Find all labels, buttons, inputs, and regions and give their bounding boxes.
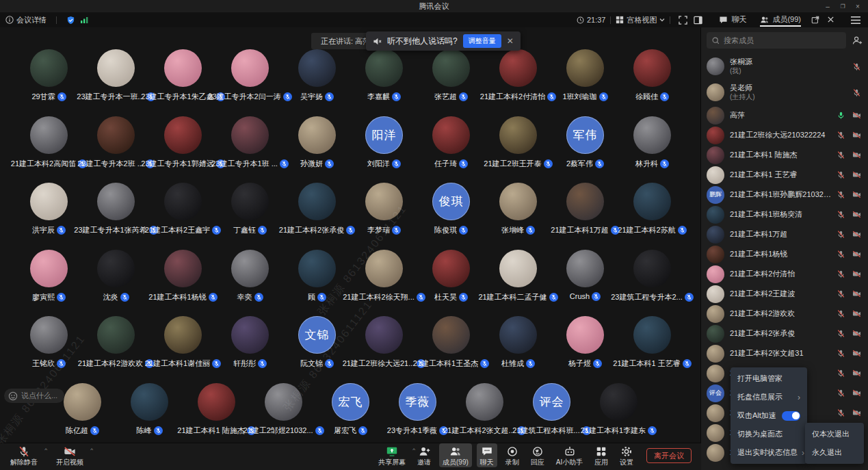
participant-tile[interactable]: 21建工本科1 王艺睿 [619,316,686,369]
context-submenu-item[interactable]: 仅本次退出 [805,425,864,443]
participant-tile[interactable]: 21建工本科1李建东 [586,383,653,436]
camera-off-icon[interactable] [852,210,861,219]
participant-tile[interactable]: 张艺超 [418,49,485,102]
member-row[interactable]: 21建工本科2游欢欢 [701,304,868,324]
participant-tile[interactable]: 21建工本科二孟子健 [485,250,552,302]
unmute-button[interactable]: 解除静音 [7,443,41,467]
react-button[interactable]: 回应 [527,443,548,467]
network-signal-icon[interactable] [80,16,89,24]
member-row[interactable]: 21建工本科2张文超31 [701,343,868,363]
participant-tile[interactable]: 21建工本科1万超 [552,183,619,235]
participant-tile[interactable]: 文锦阮文锦 [284,316,351,369]
participant-tile[interactable]: 俊琪陈俊琪 [418,183,485,235]
participant-tile[interactable]: 21建工本科2张文超... [451,383,518,436]
member-row[interactable]: 21建工本科1杨锐 [701,244,868,264]
participant-tile[interactable]: 23建筑工程专升本2... [619,250,686,302]
mic-muted-icon[interactable] [837,408,845,417]
mic-muted-icon[interactable] [837,309,845,318]
participant-tile[interactable]: 21建工本科1 陆施杰 [183,383,250,436]
participant-tile[interactable]: 21建工2班徐大远21... [351,316,418,369]
camera-off-icon[interactable] [852,329,861,338]
participant-tile[interactable]: 孙溦妍 [284,116,351,169]
context-menu-item[interactable]: 托盘信息展示› [731,388,807,406]
mic-muted-icon[interactable] [837,151,845,159]
participant-tile[interactable]: 林升科 [619,116,686,169]
participant-tile[interactable]: 杨子煜 [552,316,619,369]
participant-tile[interactable]: 宏飞屠宏飞 [317,383,384,436]
participant-tile[interactable]: 徐顾佳 [619,49,686,102]
side-panel-icon[interactable] [690,13,705,27]
video-button[interactable]: 开启视频 [53,443,87,467]
participant-tile[interactable]: 21建工本科2王鑫宇 [150,183,217,235]
participant-tile[interactable]: 21建工本科2付清怡 [485,49,552,102]
popout-panel-icon[interactable] [808,12,823,27]
camera-off-icon[interactable] [852,369,861,378]
record-button[interactable]: 录制 [502,443,523,467]
member-row[interactable]: 吴老师(主持人) [701,79,868,105]
participant-tile[interactable]: 丁鑫钰 [217,183,284,235]
member-row[interactable]: 21建工本科2付清怡 [701,264,868,284]
participant-tile[interactable]: 沈炎 [83,250,150,302]
camera-off-icon[interactable] [852,289,861,298]
member-row[interactable]: 21建工本科1班杨突清 [701,205,868,224]
meeting-details-button[interactable]: 会议详情 [5,15,47,25]
participant-tile[interactable]: 23建工专升本1郭婧远 [150,116,217,169]
chat-input[interactable]: 说点什么... [4,389,64,403]
camera-off-icon[interactable] [852,190,861,199]
leave-meeting-button[interactable]: 离开会议 [646,448,692,463]
participant-tile[interactable]: 阳洋刘阳洋 [351,116,418,169]
mic-muted-icon[interactable] [837,289,845,298]
toggle-on[interactable] [782,411,800,421]
ai-button[interactable]: AI小助手 [553,443,586,467]
mic-muted-icon[interactable] [837,230,845,239]
context-menu-item[interactable]: 退出实时状态信息› [731,443,807,462]
participant-tile[interactable]: 29甘霖 [16,49,83,102]
mic-muted-icon[interactable] [837,210,845,219]
participant-tile[interactable]: 顾 [284,250,351,302]
participant-tile[interactable]: 任子琦 [418,116,485,169]
camera-off-icon[interactable] [852,170,861,179]
chat-button[interactable]: 聊天 [477,443,497,467]
camera-off-icon[interactable] [852,408,861,417]
context-menu-item[interactable]: 双击Alt加速 [731,406,807,425]
participant-tile[interactable]: 21建工本科2张承俊 [284,183,351,235]
mic-muted-icon[interactable] [837,190,845,199]
camera-off-icon[interactable] [852,111,861,120]
settings-button[interactable]: 设置 [616,443,637,467]
members-button[interactable]: 成员(99) [439,443,472,467]
member-row[interactable]: 21建工本科2张承俊 [701,324,868,343]
participant-tile[interactable]: 杜雏成 [485,316,552,369]
participant-tile[interactable]: 廖寅熙 [16,250,83,302]
participant-tile[interactable]: 21建工2邹煜21032... [250,383,317,436]
participant-tile[interactable]: 21建工本科1王圣杰 [418,316,485,369]
participant-tile[interactable]: 23建工专升本1朱乙鑫 [150,49,217,102]
participant-tile[interactable]: 21建工本科2游欢欢 [83,316,150,369]
mic-muted-icon[interactable] [852,88,861,97]
member-row[interactable]: 21建工本科2王建波 [701,284,868,304]
participant-tile[interactable]: 张增峰 [485,183,552,235]
participant-tile[interactable]: 23建工专升本2闫一涛 [217,49,284,102]
participant-tile[interactable]: 21建工本科2苏航 [619,183,686,235]
close-panel-icon[interactable] [823,12,838,27]
member-row[interactable]: 21建工2班徐大远210322224 [701,125,868,145]
menu-icon[interactable] [847,16,864,24]
maximize-button[interactable]: ❐ [835,0,850,12]
participant-tile[interactable]: 吴宇扬 [284,49,351,102]
mic-muted-icon[interactable] [837,349,845,358]
mic-muted-icon[interactable] [837,270,845,278]
mic-muted-icon[interactable] [837,131,845,140]
more-options-caret[interactable]: ^ [90,447,93,453]
member-row[interactable]: 张桐源(我) [701,53,868,79]
camera-off-icon[interactable] [852,151,861,159]
tab-chat[interactable]: 聊天 [712,12,753,27]
member-row[interactable]: 21建工本科1 王艺睿 [701,165,868,185]
context-menu-item[interactable]: 打开电脑管家 [731,369,807,388]
camera-off-icon[interactable] [852,250,861,259]
camera-off-icon[interactable] [852,309,861,318]
member-row[interactable]: 高萍 [701,105,868,125]
context-submenu-item[interactable]: 永久退出 [805,443,864,462]
participant-tile[interactable]: 评会21建筑工程本科班... [518,383,586,436]
add-member-icon[interactable] [850,36,864,45]
participant-tile[interactable]: 21建工本科1谢佳丽 [150,316,217,369]
apps-button[interactable]: 应用 [591,443,611,467]
